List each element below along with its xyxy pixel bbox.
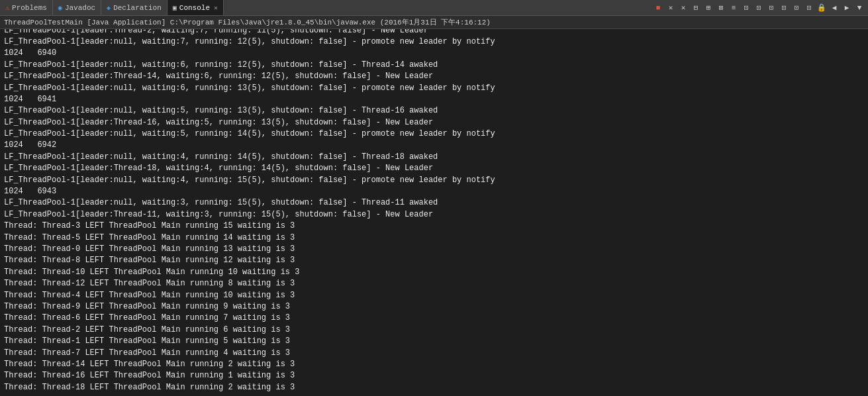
console-line: Thread: Thread-8 LEFT ThreadPool Main ru… bbox=[4, 255, 864, 266]
btn3[interactable]: ⊠ bbox=[715, 2, 727, 14]
view-menu-button[interactable]: ▼ bbox=[853, 2, 865, 14]
console-line: Thread: Thread-14 LEFT ThreadPool Main r… bbox=[4, 359, 864, 370]
tab-declaration[interactable]: ◈ Declaration bbox=[101, 0, 168, 15]
console-line: Thread: Thread-2 LEFT ThreadPool Main ru… bbox=[4, 324, 864, 336]
tab-declaration-label: Declaration bbox=[113, 4, 162, 12]
tab-javadoc-label: Javadoc bbox=[65, 4, 95, 12]
btn2[interactable]: ⊞ bbox=[702, 2, 714, 14]
console-line: 1024 6941 bbox=[4, 94, 864, 105]
btn8[interactable]: ⊡ bbox=[778, 2, 790, 14]
tab-bar: ⚠ Problems ◉ Javadoc ◈ Declaration ▣ Con… bbox=[0, 0, 868, 16]
btn9[interactable]: ⊡ bbox=[791, 2, 802, 14]
console-close-icon[interactable]: ✕ bbox=[214, 4, 218, 12]
console-line: Thread: Thread-5 LEFT ThreadPool Main ru… bbox=[4, 232, 864, 244]
console-line: Thread: Thread-10 LEFT ThreadPool Main r… bbox=[4, 267, 864, 278]
console-line: Thread: Thread-7 LEFT ThreadPool Main ru… bbox=[4, 348, 864, 359]
btn1[interactable]: ⊟ bbox=[690, 2, 702, 14]
console-line: Thread: Thread-16 LEFT ThreadPool Main r… bbox=[4, 370, 864, 381]
btn7[interactable]: ⊡ bbox=[765, 2, 777, 14]
console-line: LF_ThreadPool-1[leader:Thread-11, waitin… bbox=[4, 209, 864, 221]
console-line: Thread: Thread-1 LEFT ThreadPool Main ru… bbox=[4, 336, 864, 347]
run-info-text: ThreadPoolTestMain [Java Application] C:… bbox=[4, 17, 491, 27]
minimize-button[interactable]: ■ bbox=[652, 2, 664, 14]
console-line: LF_ThreadPool-1[leader:Thread-2, waiting… bbox=[4, 29, 864, 36]
tab-problems[interactable]: ⚠ Problems bbox=[0, 0, 53, 15]
stop-button[interactable]: ✕ bbox=[665, 2, 677, 14]
console-line: LF_ThreadPool-1[leader:Thread-16, waitin… bbox=[4, 117, 864, 128]
problems-icon: ⚠ bbox=[5, 4, 9, 12]
tab-bar-right: ■ ✕ ✕ ⊟ ⊞ ⊠ ≡ ⊡ ⊡ ⊡ ⊡ ⊡ ⊡ 🔒 ◀ ▶ ▼ bbox=[650, 2, 868, 14]
console-icon: ▣ bbox=[173, 4, 177, 12]
scroll-lock-button[interactable]: 🔒 bbox=[816, 2, 828, 14]
console-line: Thread: Thread-18 LEFT ThreadPool Main r… bbox=[4, 382, 864, 393]
console-line: LF_ThreadPool-1[leader:null, waiting:4, … bbox=[4, 175, 864, 186]
btn10[interactable]: ⊡ bbox=[803, 2, 815, 14]
console-line: LF_ThreadPool-1[leader:null, waiting:7, … bbox=[4, 36, 864, 48]
console-line: Thread: Thread-6 LEFT ThreadPool Main ru… bbox=[4, 313, 864, 324]
console-line: LF_ThreadPool-1[leader:Thread-14, waitin… bbox=[4, 71, 864, 82]
btn4[interactable]: ≡ bbox=[728, 2, 740, 14]
javadoc-icon: ◉ bbox=[58, 4, 62, 12]
console-line: Thread: Thread-12 LEFT ThreadPool Main r… bbox=[4, 278, 864, 289]
tab-console-label: Console bbox=[179, 4, 210, 12]
console-line: 1024 6940 bbox=[4, 48, 864, 59]
console-line: LF_ThreadPool-1[leader:null, waiting:4, … bbox=[4, 152, 864, 163]
console-line: LF_ThreadPool-1[leader:null, waiting:6, … bbox=[4, 83, 864, 94]
console-line: 1024 6943 bbox=[4, 186, 864, 197]
console-line: LF_ThreadPool-1[leader:null, waiting:5, … bbox=[4, 105, 864, 117]
console-output[interactable]: LF_ThreadPool-1[leader:Thread-7, waiting… bbox=[0, 29, 868, 396]
console-line: LF_ThreadPool-1[leader:null, waiting:6, … bbox=[4, 60, 864, 71]
tab-console[interactable]: ▣ Console ✕ bbox=[168, 0, 224, 15]
next-button[interactable]: ▶ bbox=[841, 2, 853, 14]
console-line: LF_ThreadPool-1[leader:null, waiting:3, … bbox=[4, 197, 864, 209]
tab-javadoc[interactable]: ◉ Javadoc bbox=[53, 0, 101, 15]
disconnect-button[interactable]: ✕ bbox=[677, 2, 689, 14]
console-line: 1024 6942 bbox=[4, 140, 864, 151]
btn5[interactable]: ⊡ bbox=[740, 2, 752, 14]
prev-button[interactable]: ◀ bbox=[828, 2, 840, 14]
console-line: Thread: Thread-4 LEFT ThreadPool Main ru… bbox=[4, 290, 864, 301]
declaration-icon: ◈ bbox=[107, 4, 111, 12]
console-line: LF_ThreadPool-1[leader:Thread-18, waitin… bbox=[4, 163, 864, 174]
console-line: Thread: Thread-3 LEFT ThreadPool Main ru… bbox=[4, 221, 864, 232]
btn6[interactable]: ⊡ bbox=[753, 2, 765, 14]
console-line: Thread: Thread-0 LEFT ThreadPool Main ru… bbox=[4, 244, 864, 255]
console-line: LF_ThreadPool-1[leader:null, waiting:5, … bbox=[4, 128, 864, 140]
toolbar-right-icons: ■ ✕ ✕ ⊟ ⊞ ⊠ ≡ ⊡ ⊡ ⊡ ⊡ ⊡ ⊡ 🔒 ◀ ▶ ▼ bbox=[652, 2, 865, 14]
run-info-bar: ThreadPoolTestMain [Java Application] C:… bbox=[0, 16, 868, 29]
console-line: Thread: Thread-9 LEFT ThreadPool Main ru… bbox=[4, 301, 864, 313]
tab-problems-label: Problems bbox=[12, 4, 47, 12]
